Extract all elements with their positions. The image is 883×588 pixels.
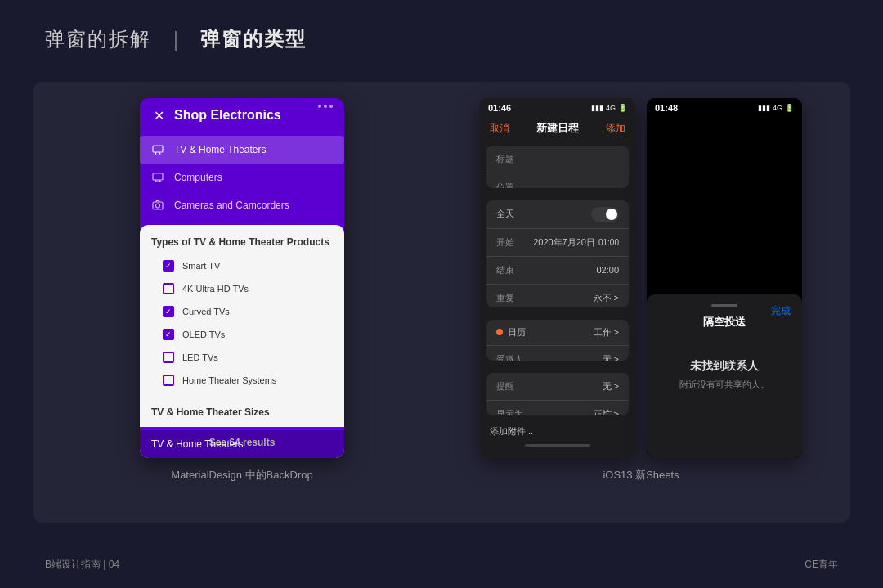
ios-empty-title: 未找到联系人 (673, 359, 776, 374)
svg-rect-0 (153, 146, 163, 152)
back-layer-bottom: TV & Home Theaters (140, 430, 344, 458)
signal-bars-2: ▮▮▮ (758, 104, 770, 112)
mockups-row: ✕ Shop Electronics (49, 98, 834, 506)
ios-sheet-overlay: 隔空投送 完成 未找到联系人 附近没有可共享的人。 (647, 294, 802, 458)
dots-bar (318, 105, 333, 108)
bottom-label: TV & Home Theaters (151, 438, 244, 450)
checkbox-smart-tv[interactable]: Smart TV (151, 254, 333, 277)
checkbox-icon-5 (163, 352, 174, 363)
menu-item-computers[interactable]: Computers (140, 164, 344, 191)
header-bold: 弹窗的类型 (200, 26, 307, 52)
ios-show-as-row[interactable]: 显示为 正忙 > (486, 401, 629, 415)
ios-add-button[interactable]: 添加 (606, 122, 625, 136)
ios-calendar-label: 日历 (496, 326, 526, 339)
ios-calendar-value: 工作 > (594, 326, 619, 339)
ios-phone-1: 01:46 ▮▮▮ 4G 🔋 取消 新建日程 添加 (480, 98, 635, 458)
tv-icon (151, 143, 164, 156)
checkbox-label-4: OLED TVs (182, 330, 225, 339)
ios-location-row[interactable]: 位置 (486, 173, 629, 188)
backdrop-label: MaterialDesign 中的BackDrop (171, 468, 312, 483)
ios-signals-2: ▮▮▮ 4G 🔋 (758, 104, 794, 112)
content-area: ✕ Shop Electronics (33, 82, 850, 523)
footer-left: B端设计指南 | 04 (45, 558, 119, 572)
ios-status-bar-2: 01:48 ▮▮▮ 4G 🔋 (647, 98, 802, 116)
front-layer: Types of TV & Home Theater Products Smar… (140, 225, 344, 458)
menu-item-tv[interactable]: TV & Home Theaters (140, 136, 344, 164)
ios-end-row[interactable]: 结束 02:00 (486, 257, 629, 285)
ios-toggle-knob (606, 209, 617, 220)
ios-time-section: 全天 开始 2020年7月20日 01:00 结束 02:00 (486, 200, 629, 308)
ios-section: 01:46 ▮▮▮ 4G 🔋 取消 新建日程 添加 (448, 98, 834, 483)
signal-4g-2: 4G (773, 104, 782, 112)
ios-calendar-row[interactable]: 日历 工作 > (486, 320, 629, 346)
ios-calendar-section: 日历 工作 > 受邀人 无 > (486, 320, 629, 361)
back-layer: ✕ Shop Electronics (140, 98, 344, 458)
checkbox-label-2: 4K Ultra HD TVs (182, 284, 249, 294)
ios-show-as-label: 显示为 (496, 408, 533, 415)
checkbox-oled[interactable]: OLED TVs (151, 323, 333, 346)
ios-repeat-row[interactable]: 重复 永不 > (486, 285, 629, 308)
checkbox-label-1: Smart TV (182, 261, 220, 271)
checkbox-icon-3 (163, 306, 174, 317)
ios-cancel-button[interactable]: 取消 (490, 122, 509, 136)
front-layer-header: Types of TV & Home Theater Products Smar… (140, 225, 344, 398)
ios-title-location: 标题 位置 (486, 146, 629, 188)
calendar-dot (496, 329, 503, 335)
ios-phone-2: 01:48 ▮▮▮ 4G 🔋 隔空投送 完成 (647, 98, 802, 458)
dot-1 (318, 105, 321, 108)
checkbox-led[interactable]: LED TVs (151, 346, 333, 369)
calendar-text: 日历 (508, 326, 526, 339)
computer-icon (151, 171, 164, 184)
ios-nav-bar-1: 取消 新建日程 添加 (480, 116, 635, 142)
checkbox-curved[interactable]: Curved TVs (151, 300, 333, 323)
page-header: 弹窗的拆解 ｜ 弹窗的类型 (45, 26, 307, 52)
ios-invitees-value: 无 > (603, 353, 619, 361)
ios-start-time: 01:00 (598, 238, 619, 247)
ios-start-row[interactable]: 开始 2020年7月20日 01:00 (486, 229, 629, 257)
backdrop-container: ✕ Shop Electronics (140, 98, 344, 458)
signal-bars-1: ▮▮▮ (591, 104, 603, 112)
battery-2: 🔋 (785, 104, 794, 112)
ios-reminder-value: 无 > (603, 380, 619, 393)
checkbox-icon-2 (163, 283, 174, 294)
menu-label-tv: TV & Home Theaters (174, 144, 267, 155)
ios-allday-toggle[interactable] (591, 207, 619, 222)
menu-item-cameras[interactable]: Cameras and Camcorders (140, 191, 344, 219)
ios-show-as-value: 正忙 > (594, 408, 619, 415)
ios-status-bar-1: 01:46 ▮▮▮ 4G 🔋 (480, 98, 635, 116)
menu-label-computers: Computers (174, 172, 222, 183)
checkbox-label-5: LED TVs (182, 352, 218, 362)
ios-repeat-label: 重复 (496, 292, 533, 304)
checkbox-home-theater[interactable]: Home Theater Systems (151, 369, 333, 392)
ios-empty-state: 未找到联系人 附近没有可共享的人。 (657, 343, 792, 407)
ios-allday-row[interactable]: 全天 (486, 200, 629, 229)
footer-right: CE青年 (805, 558, 838, 572)
back-layer-title: Shop Electronics (174, 108, 281, 123)
menu-label-cameras: Cameras and Camcorders (174, 200, 289, 211)
checkbox-icon-1 (163, 260, 174, 272)
ios-title-row[interactable]: 标题 (486, 146, 629, 173)
ios-time-1: 01:46 (488, 103, 511, 113)
ios-attachment[interactable]: 添加附件... (480, 419, 635, 444)
close-icon[interactable]: ✕ (151, 108, 166, 123)
ios-nav-title: 新建日程 (536, 121, 579, 136)
ios-start-date: 2020年7月20日 (533, 236, 595, 249)
ios-title-label: 标题 (496, 153, 533, 165)
dot-3 (329, 105, 333, 108)
ios-time-2: 01:48 (655, 103, 678, 113)
ios-allday-label: 全天 (496, 208, 514, 220)
ios-end-time: 02:00 (596, 265, 619, 275)
back-layer-header: ✕ Shop Electronics (140, 98, 344, 132)
ios-sheet-handle (711, 304, 737, 307)
ios-repeat-value: 永不 > (594, 292, 619, 304)
svg-rect-7 (153, 202, 163, 209)
checkbox-4k[interactable]: 4K Ultra HD TVs (151, 277, 333, 300)
ios-sheet-done-button[interactable]: 完成 (771, 304, 791, 318)
ios-mockups-row: 01:46 ▮▮▮ 4G 🔋 取消 新建日程 添加 (480, 98, 802, 458)
ios-empty-subtitle: 附近没有可共享的人。 (673, 379, 776, 391)
ios-reminder-row[interactable]: 提醒 无 > (486, 373, 629, 401)
ios-invitees-row[interactable]: 受邀人 无 > (486, 346, 629, 361)
ios-end-label: 结束 (496, 264, 533, 276)
ios-bottom-bar-1 (525, 444, 590, 447)
footer: B端设计指南 | 04 CE青年 (45, 558, 838, 572)
